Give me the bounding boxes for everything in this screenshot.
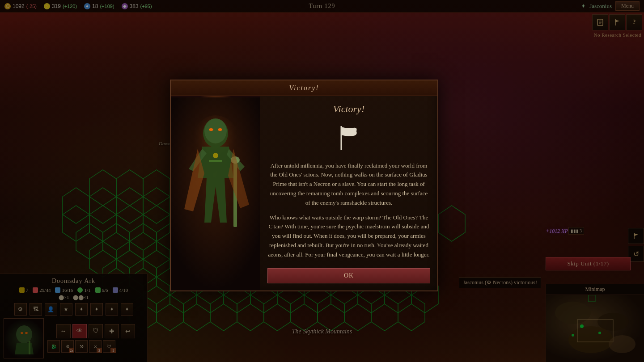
victory-paragraph-2: Who knows what waits outside the warp st… xyxy=(267,213,430,260)
modal-body: Victory! After untold millennia, you hav… xyxy=(171,96,437,291)
svg-point-94 xyxy=(218,128,222,131)
flag-svg xyxy=(333,122,364,154)
modal-overlay: Victory! xyxy=(0,0,644,362)
ok-button[interactable]: OK xyxy=(267,268,430,283)
modal-title-bar: Victory! xyxy=(171,80,437,96)
necron-art-svg xyxy=(171,96,260,291)
victory-modal: Victory! xyxy=(170,80,438,292)
victory-heading: Victory! xyxy=(333,103,364,115)
victory-flag-icon xyxy=(331,120,367,156)
victory-paragraph-1: After untold millennia, you have finally… xyxy=(267,161,430,208)
modal-content-panel: Victory! After untold millennia, you hav… xyxy=(260,96,437,291)
svg-point-93 xyxy=(209,128,213,131)
character-art-panel xyxy=(171,96,260,291)
svg-point-97 xyxy=(213,153,218,158)
modal-title: Victory! xyxy=(289,84,319,92)
svg-point-92 xyxy=(204,118,227,143)
